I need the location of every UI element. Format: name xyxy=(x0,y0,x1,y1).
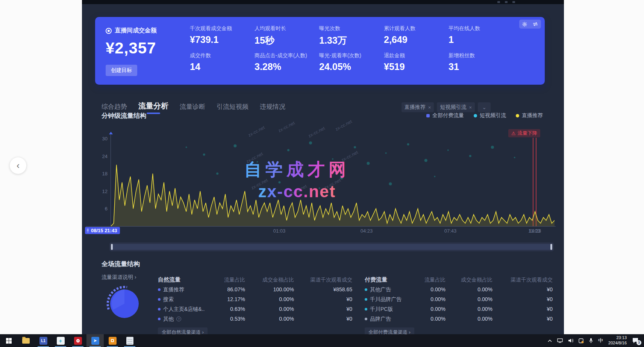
taskbar-file-explorer[interactable] xyxy=(17,334,35,347)
kpi-main-label: 直播间成交金额 xyxy=(115,27,157,35)
tray-time: 23:13 xyxy=(608,335,627,341)
series-bullet xyxy=(158,318,161,320)
minute-traffic-chart[interactable] xyxy=(111,138,555,226)
taskbar-app-browser[interactable]: ➤ xyxy=(86,334,104,347)
overall-section-title: 全场流量结构 xyxy=(102,260,140,268)
legend-short-video[interactable]: 短视频引流 xyxy=(474,112,506,119)
paid-traffic-table: 付费流量 流量占比 成交金额占比 渠道千次观看成交 其他广告 0.00% 0.0… xyxy=(365,275,553,337)
filter-dropdown[interactable]: ⌄ xyxy=(478,102,491,112)
tray-date: 2024/8/16 xyxy=(608,341,627,346)
window-top-bar xyxy=(82,0,564,4)
player-prev-button[interactable]: ‹ xyxy=(10,157,26,174)
windows-icon xyxy=(6,338,12,344)
channel-filter: 直播推荐 × 短视频引流 × ⌄ xyxy=(402,102,491,112)
kpi-metric: 商品点击-成交率(人数) 3.28% xyxy=(255,52,319,79)
chart-legend: 全部付费流量 短视频引流 直播推荐 xyxy=(426,112,543,119)
legend-live-recommend[interactable]: 直播推荐 xyxy=(516,112,543,119)
gear-icon[interactable] xyxy=(522,22,527,27)
notification-icon[interactable]: 3 xyxy=(632,338,639,344)
ime-indicator[interactable]: 中 xyxy=(598,337,603,344)
series-bullet xyxy=(365,288,367,291)
table-row[interactable]: 千川PC版 0.00% 0.00% ¥0 xyxy=(365,304,553,314)
l1-app-icon: L1 xyxy=(39,337,47,345)
table-row[interactable]: 千川品牌广告 0.00% 0.00% ¥0 xyxy=(365,294,553,304)
tab-traffic-diagnosis[interactable]: 流量诊断 xyxy=(180,102,205,114)
x-tick: 01:03 xyxy=(266,228,292,234)
legend-marker xyxy=(474,114,477,117)
top-bar-icon xyxy=(505,1,508,3)
network-icon[interactable] xyxy=(557,338,563,343)
taskbar-app-l1[interactable]: L1 xyxy=(35,334,52,347)
cursor-app-icon: ➤ xyxy=(91,337,99,345)
col-header: 渠道千次观看成交 xyxy=(294,275,352,285)
series-bullet xyxy=(158,288,161,291)
col-header: 成交金额占比 xyxy=(445,275,492,285)
table-row[interactable]: 个人主页&店铺&.. 0.63% 0.00% ¥0 xyxy=(158,304,352,314)
y-tick: 24 xyxy=(85,154,108,159)
close-icon[interactable]: × xyxy=(428,105,431,110)
table-row[interactable]: 其他广告 0.00% 0.00% ¥0 xyxy=(365,285,553,294)
col-header: 付费流量 xyxy=(365,275,421,285)
kpi-metric: 成交件数 14 xyxy=(190,52,255,79)
traffic-drop-alert[interactable]: ⚠ 流量下降 xyxy=(508,129,540,137)
kpi-metric: 曝光次数 1.33万 xyxy=(319,25,384,52)
x-axis xyxy=(86,226,556,227)
taskbar-app-opera[interactable] xyxy=(69,334,86,347)
help-icon[interactable]: ? xyxy=(176,317,181,321)
windows-taskbar: L1 + ➤ 中 23:13 xyxy=(0,334,644,347)
table-row[interactable]: 品牌广告 0.00% 0.00% ¥0 xyxy=(365,314,553,324)
natural-traffic-table: 自然流量 流量占比 成交金额占比 渠道千次观看成交 直播推荐 86.07% 10… xyxy=(158,275,352,337)
filter-chip-live-recommend[interactable]: 直播推荐 × xyxy=(402,102,434,112)
table-row[interactable]: 直播推荐 86.07% 100.00% ¥858.65 xyxy=(158,285,352,294)
app-tray-icon[interactable] xyxy=(579,338,584,343)
y-tick: 12 xyxy=(85,189,108,194)
datazoom-handle-left[interactable] xyxy=(111,244,113,250)
taskbar-app-notepad[interactable] xyxy=(121,334,138,347)
table-row[interactable]: 搜索 12.17% 0.00% ¥0 xyxy=(158,294,352,304)
datazoom-start-label[interactable]: 08/15 21:43 xyxy=(85,227,120,234)
legend-paid-traffic[interactable]: 全部付费流量 xyxy=(426,112,464,119)
tab-short-video[interactable]: 引流短视频 xyxy=(217,102,249,114)
taskbar-app-orange[interactable] xyxy=(104,334,121,347)
top-bar-icon xyxy=(512,1,515,3)
series-bullet xyxy=(158,308,161,310)
datazoom-range[interactable] xyxy=(112,244,552,250)
minute-chart-title: 分钟级流量结构 xyxy=(102,111,146,120)
kpi-metric: 累计观看人数 2,649 xyxy=(384,25,449,52)
create-goal-button[interactable]: 创建目标 xyxy=(106,65,137,76)
start-button[interactable] xyxy=(0,334,17,347)
close-icon[interactable]: × xyxy=(469,105,472,110)
top-bar-icon xyxy=(497,1,500,3)
volume-icon[interactable] xyxy=(568,338,573,343)
microphone-icon[interactable] xyxy=(589,338,593,343)
traffic-pie-chart xyxy=(104,283,145,324)
y-tick: 6 xyxy=(85,206,108,212)
x-tick: 07:43 xyxy=(437,228,464,234)
datazoom-handle-right[interactable] xyxy=(550,244,552,250)
kpi-main-metric: 直播间成交金额 ¥2,357 创建目标 xyxy=(106,27,192,76)
plus-app-icon: + xyxy=(57,337,65,345)
tray-chevron-up-icon[interactable] xyxy=(548,339,552,342)
notepad-icon xyxy=(126,337,133,345)
table-row[interactable]: 其他? 0.53% 0.00% ¥0 xyxy=(158,314,352,324)
datazoom-slider[interactable] xyxy=(110,243,553,251)
col-header: 成交金额占比 xyxy=(245,275,294,285)
series-bullet xyxy=(365,318,367,320)
kpi-metric: 千次观看成交金额 ¥739.1 xyxy=(190,25,255,52)
swap-icon[interactable] xyxy=(533,22,538,26)
kpi-main-value: ¥2,357 xyxy=(106,39,192,57)
series-bullet xyxy=(365,308,367,310)
y-tick: 30 xyxy=(85,136,108,142)
filter-chip-short-video[interactable]: 短视频引流 × xyxy=(437,102,475,112)
tray-clock[interactable]: 23:13 2024/8/16 xyxy=(608,335,627,346)
x-tick: 04:23 xyxy=(353,228,380,234)
channel-note-link[interactable]: 流量渠道说明 › xyxy=(102,274,136,281)
orange-app-icon xyxy=(109,337,117,345)
tab-violations[interactable]: 违规情况 xyxy=(260,102,285,114)
taskbar-app-plus[interactable]: + xyxy=(52,334,69,347)
watermark-tile: zx-cc.net xyxy=(335,119,353,132)
kpi-toolbar xyxy=(519,20,541,29)
kpi-metric: 新增粉丝数 31 xyxy=(449,52,513,79)
chevron-down-icon: ⌄ xyxy=(482,104,486,110)
kpi-metric: 退款金额 ¥519 xyxy=(384,52,449,79)
